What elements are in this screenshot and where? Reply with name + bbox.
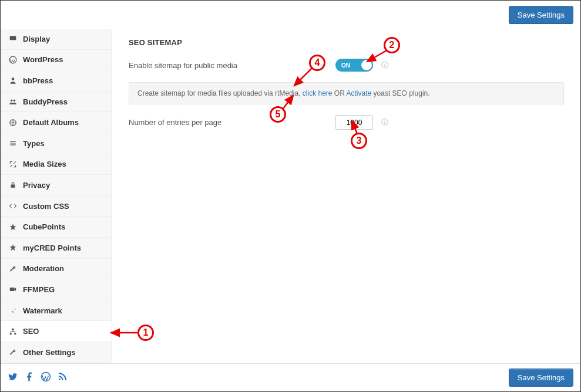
toggle-knob [361,60,372,70]
sidebar-item-label: bbPress [23,76,53,85]
sidebar-item-label: Moderation [23,264,64,273]
sidebar-item-privacy[interactable]: Privacy [1,175,112,196]
sidebar-item-label: Types [23,139,45,148]
wordpress-icon [8,56,18,64]
top-toolbar: Save Settings [1,1,580,29]
sitemap-notice: Create sitemap for media files uploaded … [129,82,564,104]
save-settings-button-bottom[interactable]: Save Settings [509,369,573,387]
annotation-3: 3 [351,133,367,149]
sliders-icon [8,139,18,147]
svg-point-3 [14,100,15,102]
sidebar-item-label: Privacy [23,181,50,190]
sidebar-item-moderation[interactable]: Moderation [1,259,112,280]
twitter-icon[interactable] [8,371,18,384]
lock-icon [8,181,18,189]
sidebar-item-display[interactable]: Display [1,29,112,50]
monitor-icon [8,35,18,43]
sidebar-item-types[interactable]: Types [1,133,112,154]
notice-suffix: yoast SEO plugin. [371,89,429,97]
sidebar-item-bbpress[interactable]: bbPress [1,70,112,92]
group-icon [8,97,18,106]
svg-rect-7 [12,328,14,330]
sidebar-item-buddypress[interactable]: BuddyPress [1,92,112,113]
rss-icon[interactable] [57,371,68,384]
sitemap-icon [8,327,18,336]
save-settings-button-top[interactable]: Save Settings [509,6,573,24]
footer-bar: Save Settings [1,363,580,391]
sidebar-item-label: Default Albums [23,118,79,127]
entries-per-page-input[interactable] [335,115,373,130]
sidebar-item-label: BuddyPress [23,97,68,106]
activate-link[interactable]: Activate [347,89,372,97]
sidebar-item-cubepoints[interactable]: CubePoints [1,217,112,238]
enable-sitemap-toggle[interactable]: ON [335,59,373,72]
expand-icon [8,160,18,168]
row-enable-sitemap: Enable sitemap for public media ON ⓘ [129,59,564,72]
notice-or: OR [333,89,347,97]
sidebar-item-label: FFMPEG [23,285,55,294]
enable-sitemap-label: Enable sitemap for public media [129,61,335,70]
row-entries-per-page: Number of entries per page ⓘ [129,115,564,130]
person-icon [8,76,18,85]
click-here-link[interactable]: click here [303,89,333,97]
wrench-icon [8,265,18,273]
wrench-icon [8,348,18,356]
notice-prefix: Create sitemap for media files uploaded … [137,89,303,97]
pin-icon [8,306,18,315]
sidebar-item-label: Custom CSS [23,202,69,211]
sidebar-item-label: WordPress [23,55,63,64]
sidebar-item-label: CubePoints [23,222,65,231]
svg-rect-9 [14,333,16,334]
toggle-on-text: ON [341,62,350,69]
star-icon [8,244,18,252]
code-icon [8,202,18,210]
annotation-1: 1 [137,325,154,341]
sidebar-item-wordpress[interactable]: WordPress [1,50,112,71]
annotation-5: 5 [270,106,286,123]
sidebar-item-other-settings[interactable]: Other Settings [1,342,112,363]
entries-per-page-label: Number of entries per page [129,118,335,127]
main-layout: Display WordPress bbPress BuddyPress Def… [1,29,580,363]
sidebar-item-watermark[interactable]: Watermark [1,300,112,322]
annotation-4: 4 [309,55,325,71]
info-icon[interactable]: ⓘ [381,60,388,70]
wordpress-icon[interactable] [41,371,51,384]
sidebar-item-default-albums[interactable]: Default Albums [1,112,112,133]
svg-point-1 [12,78,15,81]
main-panel: SEO SITEMAP Enable sitemap for public me… [112,29,580,363]
social-links [8,371,68,384]
sidebar-item-label: SEO [23,327,39,336]
svg-rect-8 [10,333,12,334]
sidebar-item-custom-css[interactable]: Custom CSS [1,196,112,217]
svg-rect-5 [11,185,15,188]
annotation-2: 2 [384,37,400,53]
svg-rect-6 [10,288,15,292]
sidebar-item-label: Display [23,35,50,43]
svg-point-11 [59,379,61,380]
sidebar-item-label: myCRED Points [23,244,81,252]
video-icon [8,285,18,293]
sidebar-item-label: Media Sizes [23,160,66,168]
info-icon[interactable]: ⓘ [381,117,388,127]
sidebar: Display WordPress bbPress BuddyPress Def… [1,29,112,363]
sidebar-item-ffmpeg[interactable]: FFMPEG [1,279,112,300]
sidebar-item-label: Watermark [23,306,62,315]
sidebar-item-label: Other Settings [23,348,76,357]
facebook-icon[interactable] [24,371,35,384]
section-title: SEO SITEMAP [129,38,564,47]
star-icon [8,223,18,231]
sidebar-item-mycred[interactable]: myCRED Points [1,238,112,259]
sidebar-item-seo[interactable]: SEO [1,321,112,342]
globe-icon [8,119,18,127]
svg-point-2 [11,100,13,102]
sidebar-item-media-sizes[interactable]: Media Sizes [1,154,112,175]
